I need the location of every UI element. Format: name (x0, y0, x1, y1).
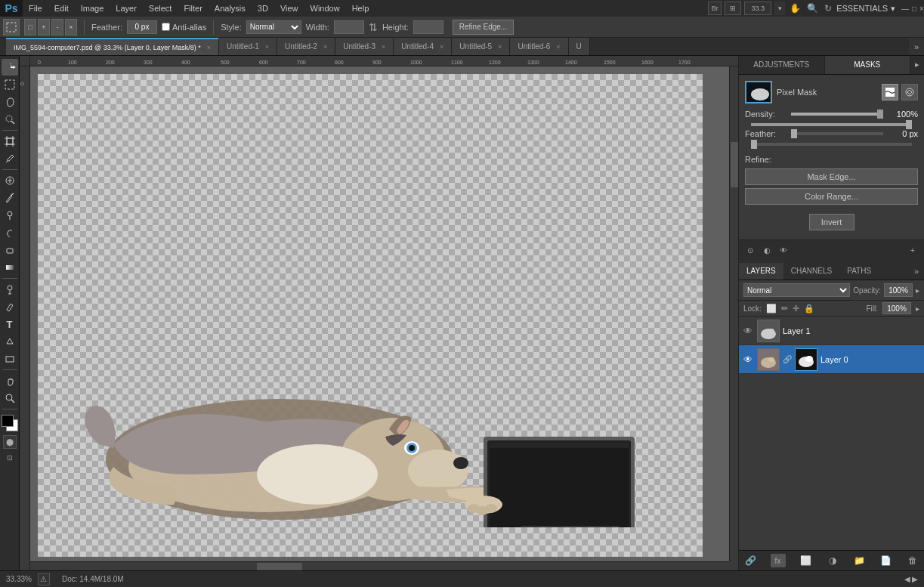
paths-tab[interactable]: PATHS (839, 263, 879, 280)
tab-untitled-3[interactable]: Untitled-3 × (335, 38, 394, 56)
prev-page-icon[interactable]: ◀ (904, 575, 910, 583)
tab-4-close[interactable]: × (440, 43, 443, 51)
feather-slider[interactable] (791, 132, 883, 135)
mask-pixel-button[interactable] (882, 84, 898, 100)
hand-tool[interactable] (2, 372, 18, 389)
density-track-thumb[interactable] (906, 120, 912, 129)
add-selection-icon[interactable]: + (38, 19, 50, 36)
opacity-arrow-icon[interactable]: ▸ (916, 286, 919, 295)
menu-view[interactable]: View (274, 0, 304, 17)
swap-dimensions-icon[interactable]: ⇅ (369, 21, 378, 33)
layer-item-0[interactable]: 👁 🔗 (739, 345, 924, 374)
next-page-icon[interactable]: ▶ (912, 575, 918, 583)
masks-tab[interactable]: MASKS (825, 56, 911, 74)
vertical-scroll-thumb[interactable] (731, 142, 738, 187)
maximize-button[interactable]: □ (912, 5, 916, 13)
menu-analysis[interactable]: Analysis (209, 0, 252, 17)
layer-item-1[interactable]: 👁 Layer 1 (739, 317, 924, 345)
menu-3d[interactable]: 3D (252, 0, 274, 17)
horizontal-scroll-thumb[interactable] (257, 563, 302, 570)
width-input[interactable] (334, 20, 364, 34)
color-range-button[interactable]: Color Range... (745, 188, 918, 205)
channels-tab[interactable]: CHANNELS (783, 263, 839, 280)
lock-all-icon[interactable]: 🔒 (804, 304, 814, 314)
opacity-input[interactable] (884, 283, 913, 297)
essentials-label[interactable]: ESSENTIALS ▾ (836, 4, 895, 14)
rotate-tool-icon[interactable]: ↻ (823, 3, 833, 14)
tabs-overflow-button[interactable]: » (909, 38, 924, 56)
screen-mode-icon[interactable]: ⊞ (725, 2, 741, 15)
zoom-tool-tb[interactable] (2, 390, 18, 406)
new-selection-icon[interactable]: □ (24, 19, 36, 36)
create-group-icon[interactable]: 📁 (852, 554, 866, 567)
layer-0-visibility-icon[interactable]: 👁 (742, 354, 754, 366)
path-selection-tool[interactable] (2, 333, 18, 350)
tab-active-close[interactable]: × (207, 44, 211, 51)
menu-edit[interactable]: Edit (48, 0, 75, 17)
type-tool[interactable]: T (2, 316, 18, 332)
fill-arrow-icon[interactable]: ▸ (916, 304, 919, 313)
layers-panel-more[interactable]: » (909, 263, 924, 280)
bridge-icon[interactable]: Br (708, 2, 722, 15)
eraser-tool[interactable] (2, 242, 18, 258)
clone-stamp-tool[interactable] (2, 207, 18, 224)
tab-untitled-6[interactable]: Untitled-6 × (510, 38, 568, 56)
antialias-checkbox[interactable] (162, 23, 170, 31)
history-brush-tool[interactable] (2, 224, 18, 241)
delete-layer-icon[interactable]: 🗑 (906, 554, 919, 567)
crop-tool[interactable] (2, 133, 18, 150)
zoom-tool-icon[interactable]: 🔍 (805, 3, 820, 14)
tab-untitled-5[interactable]: Untitled-5 × (452, 38, 510, 56)
menu-window[interactable]: Window (304, 0, 346, 17)
feather-track[interactable] (751, 143, 912, 146)
layer-0-link-icon[interactable]: 🔗 (783, 348, 792, 371)
create-layer-icon[interactable]: 📄 (879, 554, 893, 567)
lock-transparent-icon[interactable]: ⬜ (766, 304, 777, 314)
tab-6-close[interactable]: × (556, 43, 560, 51)
quick-mask-button[interactable]: ⬤ (3, 435, 17, 449)
layer-1-visibility-icon[interactable]: 👁 (742, 325, 754, 337)
add-layer-style-icon[interactable]: fx (771, 554, 786, 567)
style-select[interactable]: Normal Fixed Ratio Fixed Size (246, 20, 301, 34)
height-input[interactable] (413, 20, 443, 34)
lock-position-icon[interactable]: ✛ (793, 304, 799, 314)
subtract-selection-icon[interactable]: - (51, 19, 63, 36)
tab-3-close[interactable]: × (382, 43, 385, 51)
intersect-selection-icon[interactable]: × (65, 19, 77, 36)
panel-bottom-target-icon[interactable]: ⊙ (743, 243, 757, 257)
foreground-color-swatch[interactable] (2, 415, 14, 427)
fill-input[interactable] (882, 302, 911, 314)
move-tool[interactable] (2, 59, 18, 76)
blend-mode-select[interactable]: Normal Multiply Screen (743, 283, 850, 297)
menu-file[interactable]: File (23, 0, 48, 17)
rectangular-marquee-tool[interactable] (2, 76, 18, 93)
density-slider[interactable] (791, 113, 883, 116)
panel-bottom-plus-icon[interactable]: + (906, 243, 919, 257)
dodge-tool[interactable] (2, 281, 18, 298)
gradient-tool[interactable] (2, 259, 18, 276)
tab-untitled-1[interactable]: Untitled-1 × (219, 38, 277, 56)
refine-edge-button[interactable]: Refine Edge... (453, 20, 514, 35)
menu-layer[interactable]: Layer (110, 0, 143, 17)
screen-mode-button[interactable]: ⊡ (3, 451, 17, 465)
horizontal-scrollbar[interactable] (30, 561, 729, 570)
density-thumb[interactable] (877, 110, 883, 119)
tab-1-close[interactable]: × (265, 43, 269, 51)
panel-bottom-mask-icon[interactable]: ◐ (760, 243, 774, 257)
mask-edge-button[interactable]: Mask Edge... (745, 168, 918, 185)
layers-tab[interactable]: LAYERS (739, 263, 783, 280)
color-swatches[interactable] (2, 415, 18, 431)
feather-track-thumb[interactable] (751, 140, 757, 149)
hand-tool-icon[interactable]: ✋ (788, 3, 802, 14)
quick-selection-tool[interactable] (2, 111, 18, 128)
panel-bottom-eye-icon[interactable]: 👁 (777, 243, 790, 257)
create-adjustment-icon[interactable]: ◑ (826, 554, 839, 567)
adjustments-tab[interactable]: ADJUSTMENTS (739, 56, 825, 74)
spot-healing-tool[interactable] (2, 172, 18, 189)
tab-untitled-2[interactable]: Untitled-2 × (277, 38, 335, 56)
add-mask-icon[interactable]: ⬜ (799, 554, 812, 567)
brush-tool[interactable] (2, 190, 18, 206)
close-button[interactable]: × (919, 5, 924, 13)
menu-help[interactable]: Help (346, 0, 375, 17)
lasso-tool[interactable] (2, 94, 18, 110)
